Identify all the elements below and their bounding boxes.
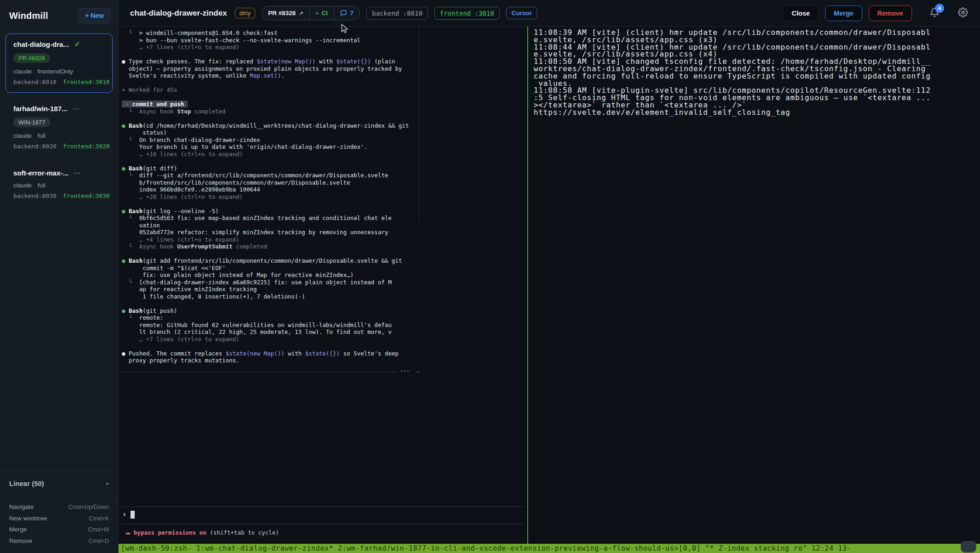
worktree-agent: claude: [13, 182, 32, 189]
terminal-line: 1 file changed, 8 insertions(+), 7 delet…: [122, 293, 409, 300]
terminal-line: b/frontend/src/lib/components/common/dra…: [122, 179, 409, 186]
vite-log-pane[interactable]: 11:08:39 AM [vite] (client) hmr update /…: [528, 27, 980, 544]
worktree-card[interactable]: chat-dialog-dra...✓PR #8328claudefronten…: [6, 34, 113, 93]
divider-drag-handle-icon[interactable]: •••: [400, 369, 410, 373]
terminal-line: ∗ Worked for 45s: [122, 86, 409, 94]
terminal-line: └ Async hook Stop completed: [122, 108, 409, 115]
input-box-top-border: [121, 507, 524, 507]
linear-section-toggle[interactable]: Linear (50) ▸: [0, 471, 118, 496]
terminal-line: … +20 lines (ctrl+o to expand): [122, 193, 409, 201]
worktree-menu-icon[interactable]: ···: [73, 106, 80, 112]
remove-button[interactable]: Remove: [869, 6, 912, 21]
sidebar-bottom: Linear (50) ▸ NavigateCmd+Up/DownNew wor…: [0, 471, 118, 553]
worktree-mode: full: [38, 182, 46, 189]
notification-count-badge: 4: [935, 4, 944, 13]
shortcut-keys: Cmd+D: [89, 536, 109, 547]
worktree-badge: PR #8328: [13, 53, 50, 63]
log-line: https://svelte.dev/e/element_invalid_sel…: [534, 109, 931, 116]
shortcut-keys: Cmd+M: [88, 524, 109, 536]
terminal-line: [122, 51, 409, 58]
terminal-line: [122, 200, 409, 208]
check-icon: ✓: [74, 40, 80, 48]
terminal-line: proxy properly tracks mutations.: [122, 357, 409, 364]
terminal-line: [122, 115, 409, 122]
worktree-frontend-port: frontend:3010: [63, 79, 110, 85]
shortcut-row[interactable]: MergeCmd+M: [9, 524, 109, 536]
shortcut-action: Navigate: [9, 502, 34, 513]
bypass-permissions-row: ▶▶bypass permissions on (shift+tab to cy…: [126, 529, 279, 536]
sidebar: Windmill + New chat-dialog-dra...✓PR #83…: [0, 0, 119, 553]
worktree-backend-port: backend:8010: [13, 79, 57, 85]
pr-link[interactable]: PR #8328 ↗: [262, 6, 309, 20]
sidebar-header: Windmill + New: [0, 0, 118, 30]
bypass-hint: (shift+tab to cycle): [210, 529, 279, 536]
ci-status[interactable]: ● CI: [309, 6, 333, 20]
app-title: Windmill: [9, 11, 48, 21]
terminal-line: ● Bash(cd /home/farhad/Desktop/windmill_…: [122, 122, 409, 130]
terminal-line: [122, 300, 409, 307]
worktree-title-row: chat-dialog-dra...✓: [13, 40, 106, 48]
terminal-line: └ Async hook UserPromptSubmit completed: [122, 243, 409, 250]
settings-button[interactable]: [958, 7, 968, 19]
worktree-agent: claude: [13, 68, 32, 75]
worktree-ports: backend:8020frontend:3020: [13, 143, 106, 150]
terminal-line: ● Pushed. The commit replaces $state(new…: [122, 350, 409, 357]
terminal-line: … +7 lines (ctrl+o to expand): [122, 336, 409, 343]
worktree-title-row: farhad/win-187...···: [13, 105, 106, 113]
pr-status-pill: PR #8328 ↗ ● CI 7: [262, 6, 360, 20]
terminal-line: › commit and push: [122, 101, 409, 108]
shortcut-row[interactable]: NavigateCmd+Up/Down: [9, 502, 109, 513]
terminal-line: remote: GitHub found 62 vulnerabilities …: [122, 322, 409, 329]
pr-comments[interactable]: 7: [334, 6, 360, 20]
worktree-menu-icon[interactable]: ···: [74, 170, 81, 176]
shortcut-action: Remove: [9, 536, 32, 547]
close-button[interactable]: Close: [783, 6, 819, 21]
chevron-right-icon: ▸: [106, 480, 109, 486]
frontend-port-badge[interactable]: frontend :3010: [434, 7, 500, 20]
shortcut-list: NavigateCmd+Up/DownNew worktreeCmd+KMerg…: [0, 496, 118, 553]
vite-log-output: 11:08:39 AM [vite] (client) hmr update /…: [534, 29, 931, 116]
worktree-title: farhad/win-187...: [13, 105, 68, 113]
new-worktree-button[interactable]: + New: [78, 8, 111, 23]
terminal-line: [122, 79, 409, 87]
terminal-line: fix: use plain object instead of Map for…: [122, 271, 409, 279]
terminal-line: [122, 343, 409, 350]
terminal-line: └ remote:: [122, 314, 409, 322]
comment-icon: [340, 10, 347, 17]
terminal-divider-line: [121, 372, 397, 372]
worktree-meta: claudefrontendOnly: [13, 68, 106, 75]
terminal-line: object) — property assignments on proxie…: [122, 65, 409, 73]
merge-button[interactable]: Merge: [825, 6, 862, 21]
input-box-bottom-border: [121, 524, 524, 525]
worktree-meta: claudefull: [13, 182, 106, 189]
notifications-button[interactable]: 4: [929, 7, 940, 19]
terminal-line: 052abd772e refactor: simplify minZIndex …: [122, 229, 409, 236]
terminal-line: commit -m "$(cat <<'EOF': [122, 265, 409, 272]
dirty-badge: dirty: [235, 8, 256, 18]
terminal-line: ● Bash(git add frontend/src/lib/componen…: [122, 257, 409, 265]
worktree-ports: backend:8010frontend:3010: [13, 79, 106, 85]
bypass-permissions-label: bypass permissions on: [134, 529, 210, 536]
shortcut-row[interactable]: RemoveCmd+D: [9, 536, 109, 547]
cursor-editor-badge[interactable]: Cursor: [506, 7, 537, 19]
main-header: chat-dialog-drawer-zindex dirty PR #8328…: [119, 0, 980, 27]
mouse-cursor-icon: [341, 24, 348, 34]
worktree-card[interactable]: farhad/win-187...···WIN-1877claudefullba…: [6, 98, 113, 157]
worktree-ports: backend:8030frontend:3030: [13, 192, 106, 199]
worktree-title: soft-error-max-...: [13, 169, 68, 177]
worktree-card[interactable]: soft-error-max-...···claudefullbackend:8…: [6, 163, 113, 207]
terminal-line: ● Bash(git log --oneline -5): [122, 208, 409, 215]
shortcut-row[interactable]: New worktreeCmd+K: [9, 513, 109, 525]
terminal-scrollbar[interactable]: [419, 27, 419, 221]
linear-label: Linear (50): [9, 480, 44, 487]
backend-port-badge[interactable]: backend :8010: [366, 7, 428, 20]
worktree-frontend-port: frontend:3020: [63, 143, 110, 150]
status-bar-widget-button[interactable]: [961, 541, 976, 553]
text-cursor: [131, 511, 135, 519]
terminal-line: └ diff --git a/frontend/src/lib/componen…: [122, 172, 409, 179]
terminal-line: … +4 lines (ctrl+o to expand): [122, 236, 409, 243]
worktree-meta: claudefull: [13, 132, 106, 139]
terminal-prompt[interactable]: ›: [122, 510, 135, 519]
claude-terminal-pane[interactable]: └ > windmill-components@1.654.0 check:fa…: [119, 27, 527, 544]
shortcut-action: New worktree: [9, 513, 47, 525]
